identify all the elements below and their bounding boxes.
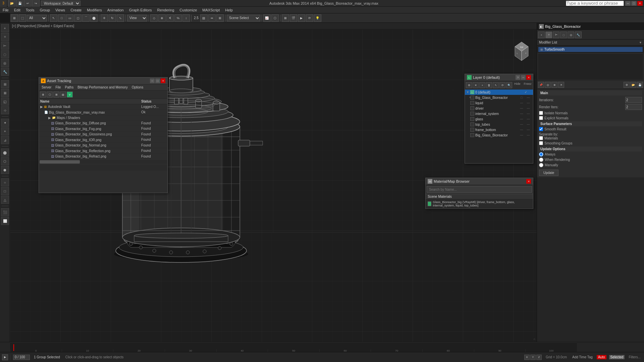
fence-region[interactable]: ◻ bbox=[74, 14, 82, 22]
asset-row-ior[interactable]: 🖼 Glass_Bioreactor_big_IOR.png Found bbox=[39, 137, 167, 143]
materials-checkbox[interactable] bbox=[539, 136, 543, 140]
layer-row-framebottom[interactable]: frame_bottom — — bbox=[465, 127, 533, 132]
asset-tb-1[interactable]: ⊞ bbox=[40, 92, 46, 98]
manually-radio[interactable] bbox=[539, 163, 543, 167]
spinner-snap[interactable]: ↕ bbox=[182, 14, 190, 22]
iterations-input[interactable] bbox=[625, 97, 642, 103]
load-btn[interactable]: 📂 bbox=[630, 82, 636, 88]
play-btn[interactable]: ▶ bbox=[2, 354, 8, 360]
navigation-cube[interactable]: TOP L F bbox=[510, 40, 533, 63]
side-tool-11[interactable]: ○ bbox=[1, 178, 9, 186]
side-tool-6[interactable]: ⌖ bbox=[1, 127, 9, 135]
snap-toggle[interactable]: ⊕ bbox=[158, 14, 166, 22]
side-tool-12[interactable]: □ bbox=[1, 187, 9, 195]
layer-row-bioreactor[interactable]: ▼ Big_Glass_Bioreactor □ — bbox=[465, 95, 533, 100]
toolbar-icon-1[interactable]: 📂 bbox=[8, 0, 15, 7]
workspace-selector[interactable]: Workspace: Default bbox=[41, 1, 80, 6]
tab-utilities[interactable]: 🔧 bbox=[575, 32, 582, 38]
layer-tb-refresh[interactable]: ⟳ bbox=[499, 82, 505, 88]
asset-tb-5[interactable]: V bbox=[67, 92, 73, 98]
display-panel-btn[interactable]: ◎ bbox=[1, 59, 9, 67]
asset-menu-bitmap-perf[interactable]: Bitmap Performance and Memory bbox=[75, 85, 130, 89]
select-region[interactable]: ⬚ bbox=[19, 14, 26, 22]
timeline-marker[interactable] bbox=[13, 344, 14, 351]
asset-row-maps[interactable]: ▶ 📁 Maps / Shaders bbox=[39, 115, 167, 120]
menu-customize[interactable]: Customize bbox=[177, 7, 200, 13]
asset-row-maxfile[interactable]: 📄 Big_Glass_Bioreactor_max_vray.max Ok bbox=[39, 110, 167, 115]
material-panel-close[interactable]: ✕ bbox=[526, 179, 531, 184]
maximize-button[interactable]: □ bbox=[631, 1, 637, 6]
move-tool[interactable]: ✛ bbox=[101, 14, 108, 22]
menu-tools[interactable]: Tools bbox=[23, 7, 37, 13]
render-setup[interactable]: 🎬 bbox=[290, 14, 297, 22]
layer-select[interactable]: Scene Select bbox=[227, 15, 260, 21]
side-tool-13[interactable]: △ bbox=[1, 196, 9, 204]
global-search-input[interactable] bbox=[566, 1, 624, 6]
side-tool-3[interactable]: ◱ bbox=[1, 98, 9, 106]
configure-modifier-sets-btn[interactable]: ⚙ bbox=[624, 82, 630, 88]
menu-create[interactable]: Create bbox=[68, 7, 84, 13]
menu-file[interactable]: File bbox=[0, 7, 11, 13]
asset-panel-minimize[interactable]: ─ bbox=[150, 78, 155, 83]
show-end-result-btn[interactable]: ◎ bbox=[545, 82, 551, 88]
layer-panel-help[interactable]: ? bbox=[516, 75, 520, 80]
menu-rendering[interactable]: Rendering bbox=[155, 7, 177, 13]
isolate-normals-checkbox[interactable] bbox=[539, 111, 543, 115]
asset-row-reflection[interactable]: 🖼 Glass_Bioreactor_big_Reflection.png Fo… bbox=[39, 148, 167, 154]
asset-path-field[interactable] bbox=[39, 164, 167, 170]
menu-modifiers[interactable]: Modifiers bbox=[84, 7, 105, 13]
toolbar-icon-4[interactable]: ↪ bbox=[32, 0, 40, 7]
smoothing-groups-checkbox[interactable] bbox=[539, 141, 543, 145]
update-button[interactable]: Update bbox=[539, 170, 558, 176]
menu-help[interactable]: Help bbox=[222, 7, 235, 13]
side-tool-14[interactable]: ⬛ bbox=[1, 208, 9, 216]
layer-row-default[interactable]: ▼ L 0 (default) ✓ bbox=[465, 89, 533, 95]
asset-menu-file[interactable]: File bbox=[53, 85, 63, 89]
remove-modifier-btn[interactable]: ✕ bbox=[558, 82, 564, 88]
utilities-panel-btn[interactable]: 🔧 bbox=[1, 68, 9, 76]
make-unique-btn[interactable]: ⊕ bbox=[551, 82, 557, 88]
pin-stack-btn[interactable]: 📌 bbox=[538, 82, 544, 88]
asset-row-normal[interactable]: 🖼 Glass_Bioreactor_big_Normal.png Found bbox=[39, 142, 167, 148]
close-button[interactable]: ✕ bbox=[637, 1, 643, 6]
menu-animation[interactable]: Animation bbox=[105, 7, 126, 13]
frame-counter[interactable] bbox=[13, 355, 30, 360]
menu-edit[interactable]: Edit bbox=[11, 7, 23, 13]
layer-row-toptubes[interactable]: top_tubes — — bbox=[465, 122, 533, 127]
align-tool[interactable]: ⊞ bbox=[216, 14, 224, 22]
material-search-input[interactable] bbox=[427, 186, 532, 193]
motion-panel-btn[interactable]: ◌ bbox=[1, 50, 9, 58]
layer-tb-find[interactable]: 🔍 bbox=[506, 82, 512, 88]
tab-display[interactable]: ◎ bbox=[568, 32, 574, 38]
layer-panel-title-bar[interactable]: L Layer 0 (default) ? ─ ✕ bbox=[465, 74, 533, 81]
side-tool-9[interactable]: ⬡ bbox=[1, 157, 9, 165]
tab-motion[interactable]: ◌ bbox=[560, 32, 567, 38]
render-iters-input[interactable] bbox=[625, 104, 642, 110]
tab-modify[interactable]: ⌗ bbox=[545, 32, 552, 38]
select-object[interactable]: ↖ bbox=[50, 14, 57, 22]
filter-select[interactable]: All bbox=[27, 15, 47, 21]
scale-tool[interactable]: ⤡ bbox=[117, 14, 124, 22]
toolbar-icon-3[interactable]: ↩ bbox=[24, 0, 32, 7]
render-last[interactable]: ⟳ bbox=[306, 14, 313, 22]
minimize-button[interactable]: ─ bbox=[625, 1, 631, 6]
angle-snap[interactable]: ∢ bbox=[166, 14, 174, 22]
asset-row-diffuse[interactable]: 🖼 Glass_Bioreactor_big_Diffuse.png Found bbox=[39, 120, 167, 126]
schematic-view[interactable]: ⬡ bbox=[271, 14, 279, 22]
side-tool-2[interactable]: ⊠ bbox=[1, 89, 9, 97]
transform-z-btn[interactable]: Z bbox=[536, 355, 542, 360]
curve-editor[interactable]: 📈 bbox=[263, 14, 271, 22]
when-rendering-radio[interactable] bbox=[539, 158, 543, 162]
menu-graph-editors[interactable]: Graph Editors bbox=[126, 7, 155, 13]
pivot-btn[interactable]: ◇ bbox=[150, 14, 158, 22]
lasso-region[interactable]: ⌒ bbox=[82, 14, 90, 22]
add-time-tag[interactable]: Add Time Tag bbox=[571, 355, 594, 359]
asset-panel-scrollbar-h[interactable] bbox=[39, 159, 167, 164]
create-panel-btn[interactable]: + bbox=[1, 24, 9, 32]
side-tool-10[interactable]: ⬢ bbox=[1, 166, 9, 174]
transform-x-btn[interactable]: X bbox=[524, 355, 530, 360]
modify-panel-btn[interactable]: ⌗ bbox=[1, 33, 9, 41]
material-editor[interactable]: ⊠ bbox=[282, 14, 289, 22]
coord-system[interactable]: View bbox=[127, 15, 147, 21]
asset-panel-title-bar[interactable]: A Asset Tracking ─ □ ✕ bbox=[39, 77, 167, 84]
